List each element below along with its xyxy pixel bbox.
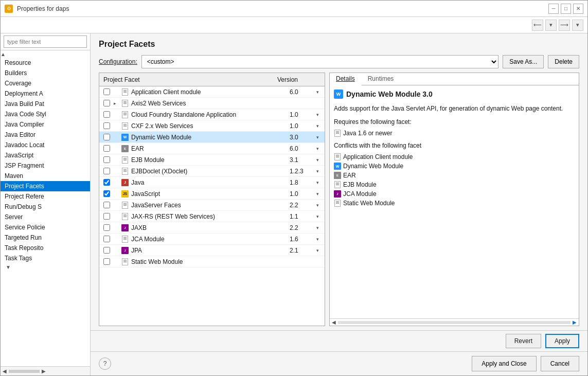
sidebar-item-task-reposito[interactable]: Task Reposito	[1, 243, 90, 253]
back-button[interactable]: ⟵	[532, 20, 543, 31]
nav-dropdown-button[interactable]: ▾	[545, 20, 557, 31]
facet-checkbox[interactable]	[103, 202, 110, 208]
facet-row[interactable]: JSJavaScript1.0▾	[99, 188, 325, 200]
facet-row[interactable]: Cloud Foundry Standalone Application1.0▾	[99, 109, 325, 120]
facet-version-dropdown-icon[interactable]: ▾	[316, 169, 325, 174]
facet-row[interactable]: JAX-RS (REST Web Services)1.1▾	[99, 211, 325, 222]
sidebar-filter-input[interactable]	[4, 35, 87, 48]
facet-checkbox[interactable]	[103, 134, 110, 140]
facet-row[interactable]: Static Web Module	[99, 256, 325, 267]
facet-checkbox[interactable]	[103, 168, 110, 174]
maximize-button[interactable]: □	[561, 4, 571, 14]
facet-version: 1.1	[286, 213, 316, 220]
facet-version-dropdown-icon[interactable]: ▾	[316, 180, 325, 185]
sidebar-item-targeted-run[interactable]: Targeted Run	[1, 232, 90, 243]
sidebar-item-project-facets[interactable]: Project Facets	[1, 181, 90, 191]
facet-checkbox[interactable]	[103, 145, 110, 152]
facet-row[interactable]: JJAXB2.2▾	[99, 222, 325, 234]
facet-row[interactable]: JJava1.8▾	[99, 177, 325, 188]
facet-row[interactable]: JCA Module1.6▾	[99, 234, 325, 245]
facet-row[interactable]: ▸Axis2 Web Services	[99, 98, 325, 109]
web-facet-icon: W	[121, 134, 129, 141]
delete-button[interactable]: Delete	[548, 55, 579, 68]
forward-dropdown-button[interactable]: ▾	[572, 20, 583, 31]
sidebar-item-javadoc-locat[interactable]: Javadoc Locat	[1, 140, 90, 150]
facet-version-dropdown-icon[interactable]: ▾	[316, 203, 325, 208]
facets-table: Project Facet Version Application Client…	[99, 73, 325, 326]
facet-checkbox[interactable]	[103, 190, 110, 197]
sidebar-item-coverage[interactable]: Coverage	[1, 78, 90, 88]
close-button[interactable]: ✕	[573, 4, 583, 14]
sidebar-item-task-tags[interactable]: Task Tags	[1, 253, 90, 263]
facet-version-dropdown-icon[interactable]: ▾	[316, 135, 325, 140]
facet-row[interactable]: JJPA2.1▾	[99, 245, 325, 256]
sidebar-item-project-refere[interactable]: Project Refere	[1, 191, 90, 202]
facet-checkbox-wrap	[99, 190, 114, 197]
facet-version-dropdown-icon[interactable]: ▾	[316, 112, 325, 117]
facet-version-dropdown-icon[interactable]: ▾	[316, 89, 325, 95]
facet-checkbox[interactable]	[103, 258, 110, 265]
sidebar-item-java-code-styl[interactable]: Java Code Styl	[1, 109, 90, 119]
details-conflicts-item: JJCA Module	[334, 189, 575, 199]
sidebar-item-deployment-a[interactable]: Deployment A	[1, 88, 90, 99]
facet-version-dropdown-icon[interactable]: ▾	[316, 248, 325, 253]
facet-name: EAR	[131, 145, 286, 152]
facet-row[interactable]: EJBDoclet (XDoclet)1.2.3▾	[99, 166, 325, 177]
sidebar-item-java-build-pat[interactable]: Java Build Pat	[1, 99, 90, 109]
revert-button[interactable]: Revert	[506, 334, 541, 348]
conflicts-item-label: EAR	[343, 172, 356, 179]
facet-checkbox[interactable]	[103, 224, 110, 231]
facet-version-dropdown-icon[interactable]: ▾	[316, 191, 325, 196]
facet-row[interactable]: CXF 2.x Web Services1.0▾	[99, 120, 325, 132]
save-as-button[interactable]: Save As...	[503, 55, 544, 68]
facet-version-dropdown-icon[interactable]: ▾	[316, 157, 325, 163]
apply-button[interactable]: Apply	[545, 334, 579, 348]
details-panel: Details Runtimes W Dynamic Web Module 3.…	[329, 73, 579, 326]
sidebar-item-maven[interactable]: Maven	[1, 171, 90, 181]
sidebar-item-java-editor[interactable]: Java Editor	[1, 130, 90, 140]
sidebar-item-javascript[interactable]: JavaScript	[1, 150, 90, 160]
details-conflicts-item: Static Web Module	[334, 199, 575, 208]
sidebar-item-java-compiler[interactable]: Java Compiler	[1, 119, 90, 130]
facet-icon-wrap	[121, 167, 129, 175]
facet-checkbox[interactable]	[103, 88, 110, 95]
right-panel: Project Facets Configuration: <custom> S…	[91, 33, 587, 375]
facet-version-dropdown-icon[interactable]: ▾	[316, 146, 325, 151]
sidebar-item-jsp-fragment[interactable]: JSP Fragment	[1, 160, 90, 171]
facets-area: Project Facet Version Application Client…	[91, 73, 587, 330]
cancel-button[interactable]: Cancel	[541, 356, 579, 371]
facet-checkbox[interactable]	[103, 236, 110, 242]
facet-checkbox[interactable]	[103, 179, 110, 186]
facet-checkbox[interactable]	[103, 122, 110, 129]
facet-version-dropdown-icon[interactable]: ▾	[316, 237, 325, 242]
facet-checkbox[interactable]	[103, 247, 110, 254]
facet-version-dropdown-icon[interactable]: ▾	[316, 225, 325, 230]
sidebar-item-run/debug-s[interactable]: Run/Debug S	[1, 202, 90, 212]
facet-version: 1.0	[286, 122, 316, 130]
sidebar-item-service-policie[interactable]: Service Policie	[1, 222, 90, 232]
facet-checkbox[interactable]	[103, 100, 110, 106]
facet-row[interactable]: WDynamic Web Module3.0▾	[99, 132, 325, 143]
minimize-button[interactable]: ─	[548, 4, 559, 14]
config-select[interactable]: <custom>	[141, 55, 499, 68]
apply-close-button[interactable]: Apply and Close	[472, 356, 536, 371]
tab-details[interactable]: Details	[330, 73, 362, 85]
facets-table-scroll: Application Client module6.0▾▸Axis2 Web …	[99, 86, 325, 326]
facet-row[interactable]: Application Client module6.0▾	[99, 86, 325, 98]
facet-row[interactable]: EEAR6.0▾	[99, 143, 325, 154]
facet-checkbox[interactable]	[103, 213, 110, 220]
sidebar-item-resource[interactable]: Resource	[1, 58, 90, 68]
sidebar-item-server[interactable]: Server	[1, 212, 90, 222]
nav-toolbar: ⟵ ▾ ⟶ ▾	[1, 17, 587, 33]
facet-version-dropdown-icon[interactable]: ▾	[316, 123, 325, 129]
facet-row[interactable]: JavaServer Faces2.2▾	[99, 200, 325, 211]
tab-runtimes[interactable]: Runtimes	[362, 73, 401, 85]
forward-button[interactable]: ⟶	[559, 20, 570, 31]
facet-checkbox[interactable]	[103, 111, 110, 118]
conflicts-item-label: Dynamic Web Module	[343, 163, 403, 170]
facet-row[interactable]: EJB Module3.1▾	[99, 154, 325, 166]
facet-version-dropdown-icon[interactable]: ▾	[316, 214, 325, 219]
sidebar-item-builders[interactable]: Builders	[1, 68, 90, 78]
help-button[interactable]: ?	[99, 357, 111, 370]
facet-checkbox[interactable]	[103, 156, 110, 163]
